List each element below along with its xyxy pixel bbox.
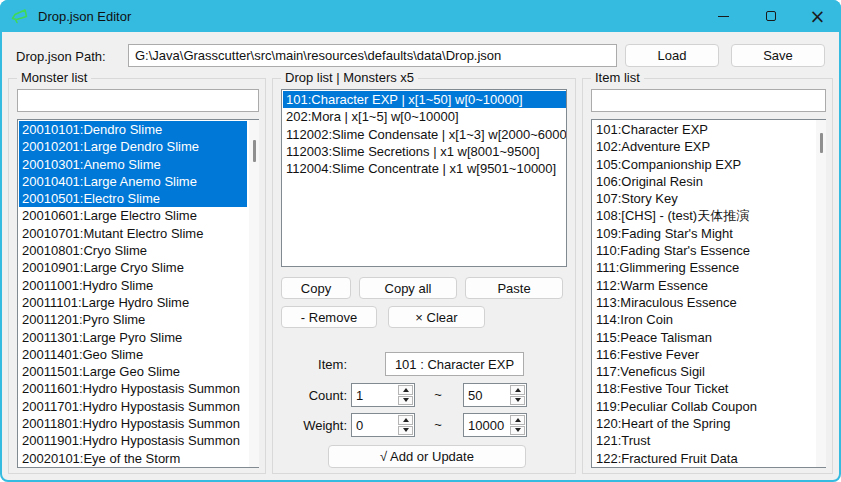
item-list-item[interactable]: 112:Warm Essence [593,277,814,294]
monster-list-item[interactable]: 20011101:Large Hydro Slime [19,294,247,311]
item-list-group-title: Item list [591,70,644,85]
weight-max-spinner[interactable] [463,413,527,437]
item-list-item[interactable]: 101:Character EXP [593,121,814,138]
close-button[interactable]: × [794,0,841,32]
item-list-item[interactable]: 122:Fractured Fruit Data [593,450,814,467]
load-button[interactable]: Load [625,44,719,67]
app-window: Drop.json Editor × Drop.json Path: Load … [0,0,841,482]
monster-list-item[interactable]: 20011401:Geo Slime [19,346,247,363]
drop-list-item[interactable]: 112003:Slime Secretions | x1 w[8001~9500… [283,143,566,160]
monster-list-item[interactable]: 20011001:Hydro Slime [19,277,247,294]
spin-down-icon[interactable] [510,396,525,406]
monster-list-item[interactable]: 20011701:Hydro Hypostasis Summon [19,398,247,415]
weight-max-spin-buttons [510,415,525,435]
monster-list-group: Monster list 20010101:Dendro Slime200102… [8,78,266,474]
copy-button[interactable]: Copy [281,277,351,299]
drop-list-item[interactable]: 101:Character EXP | x[1~50] w[0~10000] [283,91,566,108]
item-list-item[interactable]: 109:Fading Star's Might [593,225,814,242]
monster-list-item[interactable]: 20010301:Anemo Slime [19,156,247,173]
monster-list-item[interactable]: 20011801:Hydro Hypostasis Summon [19,415,247,432]
monster-filter-input[interactable] [17,89,259,112]
item-list-item[interactable]: 111:Glimmering Essence [593,259,814,276]
weight-min-spin-buttons [398,415,413,435]
monster-list-item[interactable]: 20010101:Dendro Slime [19,121,247,138]
drop-listbox: 101:Character EXP | x[1~50] w[0~10000]20… [281,89,567,267]
item-list-item[interactable]: 110:Fading Star's Essence [593,242,814,259]
drop-list-group: Drop list | Monsters x5 101:Character EX… [272,78,576,474]
spin-up-icon[interactable] [510,385,525,395]
item-list-item[interactable]: 107:Story Key [593,190,814,207]
minimize-button[interactable] [700,0,747,32]
item-list-scroll-thumb[interactable] [820,133,823,153]
monster-list-item[interactable]: 20011501:Large Geo Slime [19,363,247,380]
monster-list-scrollbar[interactable] [249,120,259,467]
item-list-item[interactable]: 118:Festive Tour Ticket [593,380,814,397]
spin-up-icon[interactable] [398,385,413,395]
monster-list-item[interactable]: 20010701:Mutant Electro Slime [19,225,247,242]
path-input[interactable] [128,44,617,67]
item-list-scrollbar[interactable] [816,120,826,467]
selected-item-field[interactable]: 101 : Character EXP [385,352,524,376]
item-list-item[interactable]: 105:Companionship EXP [593,156,814,173]
monster-list-scroll-thumb[interactable] [253,140,256,162]
drop-list-item[interactable]: 112004:Slime Concentrate | x1 w[9501~100… [283,160,566,177]
item-label: Item: [281,357,347,372]
spin-down-icon[interactable] [510,426,525,436]
item-list-item[interactable]: 108:[CHS] - (test)天体推演 [593,207,814,224]
item-list-item[interactable]: 113:Miraculous Essence [593,294,814,311]
item-list-item[interactable]: 102:Adventure EXP [593,138,814,155]
item-list-item[interactable]: 115:Peace Talisman [593,329,814,346]
monster-list-item[interactable]: 20020101:Eye of the Storm [19,450,247,467]
item-filter-input[interactable] [591,89,826,112]
paste-button[interactable]: Paste [465,277,563,299]
item-list-item[interactable]: 119:Peculiar Collab Coupon [593,398,814,415]
count-min-input[interactable] [352,384,397,406]
drop-list-group-title: Drop list | Monsters x5 [281,70,418,85]
monster-list-item[interactable]: 20011901:Hydro Hypostasis Summon [19,432,247,449]
add-or-update-button[interactable]: √ Add or Update [328,445,526,468]
count-max-spinner[interactable] [463,383,527,407]
item-list-item[interactable]: 106:Original Resin [593,173,814,190]
monster-list-item[interactable]: 20010801:Cryo Slime [19,242,247,259]
item-list-item[interactable]: 114:Iron Coin [593,311,814,328]
spin-up-icon[interactable] [510,415,525,425]
monster-list-item[interactable]: 20010201:Large Dendro Slime [19,138,247,155]
weight-min-spinner[interactable] [351,413,415,437]
spin-down-icon[interactable] [398,396,413,406]
count-max-input[interactable] [464,384,509,406]
monster-list-item[interactable]: 20011201:Pyro Slime [19,311,247,328]
item-list-item[interactable]: 121:Trust [593,432,814,449]
count-min-spin-buttons [398,385,413,405]
monster-list-item[interactable]: 20010601:Large Electro Slime [19,207,247,224]
monster-list-item[interactable]: 20010901:Large Cryo Slime [19,259,247,276]
copy-all-button[interactable]: Copy all [359,277,457,299]
weight-min-input[interactable] [352,414,397,436]
item-listbox: 101:Character EXP102:Adventure EXP105:Co… [591,119,826,468]
monster-list-item[interactable]: 20011601:Hydro Hypostasis Summon [19,380,247,397]
spin-up-icon[interactable] [398,415,413,425]
spin-down-icon[interactable] [398,426,413,436]
monster-list-item[interactable]: 20010501:Electro Slime [19,190,247,207]
item-list-item[interactable]: 117:Veneficus Sigil [593,363,814,380]
remove-button[interactable]: - Remove [281,306,377,328]
path-label: Drop.json Path: [16,49,106,64]
clear-button[interactable]: × Clear [388,306,485,328]
monster-list-item[interactable]: 20010401:Large Anemo Slime [19,173,247,190]
weight-max-input[interactable] [464,414,509,436]
item-list-item[interactable]: 120:Heart of the Spring [593,415,814,432]
save-button[interactable]: Save [731,44,825,67]
window-controls: × [700,0,841,32]
monster-list-item[interactable]: 20011301:Large Pyro Slime [19,329,247,346]
monster-list-group-title: Monster list [17,70,91,85]
minimize-icon [718,16,729,17]
item-list-item[interactable]: 116:Festive Fever [593,346,814,363]
close-icon: × [810,11,826,21]
count-min-spinner[interactable] [351,383,415,407]
drop-list-item[interactable]: 112002:Slime Condensate | x[1~3] w[2000~… [283,126,566,143]
weight-range-separator: ~ [428,417,448,432]
item-list-group: Item list 101:Character EXP102:Adventure… [582,78,833,474]
drop-list-item[interactable]: 202:Mora | x[1~5] w[0~10000] [283,108,566,125]
count-label: Count: [281,388,347,403]
maximize-button[interactable] [747,0,794,32]
title-bar: Drop.json Editor × [0,0,841,32]
